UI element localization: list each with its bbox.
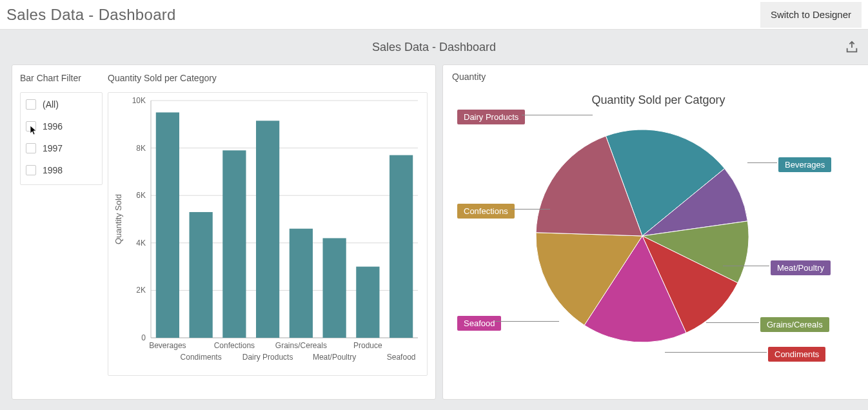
svg-text:Dairy Products: Dairy Products bbox=[242, 353, 293, 362]
bar-chart-title: Quantity Sold per Category bbox=[108, 73, 428, 83]
pie-chart-area: BeveragesMeat/PoultryGrains/CerealsCondi… bbox=[452, 107, 865, 384]
pie-section-title: Quantity bbox=[452, 72, 865, 82]
svg-text:8K: 8K bbox=[136, 144, 146, 153]
svg-rect-18 bbox=[290, 229, 313, 338]
svg-text:4K: 4K bbox=[136, 239, 146, 248]
filter-column: Bar Chart Filter (All) 1996 1997 bbox=[20, 73, 103, 391]
svg-text:2K: 2K bbox=[136, 286, 146, 295]
svg-rect-19 bbox=[323, 238, 346, 338]
pie-leader-line bbox=[511, 209, 550, 210]
dashboard-body: Bar Chart Filter (All) 1996 1997 bbox=[0, 64, 868, 409]
filter-item-1996[interactable]: 1996 bbox=[26, 121, 97, 132]
filter-item-all[interactable]: (All) bbox=[26, 99, 97, 110]
pie-leader-line bbox=[723, 266, 769, 266]
right-panel: Quantity Quantity Sold per Catgory Bever… bbox=[442, 64, 868, 400]
pie-leader-line bbox=[747, 162, 777, 163]
top-bar: Sales Data - Dashboard Switch to Designe… bbox=[0, 0, 868, 30]
sub-header: Sales Data - Dashboard bbox=[0, 30, 868, 64]
dashboard-title: Sales Data - Dashboard bbox=[372, 41, 496, 54]
bar-chart-column: Quantity Sold per Category 02K4K6K8K10KB… bbox=[108, 73, 428, 391]
filter-label: 1997 bbox=[43, 143, 63, 153]
svg-text:Confections: Confections bbox=[214, 341, 255, 350]
svg-text:Seafood: Seafood bbox=[387, 353, 416, 362]
pie-label: Grains/Cereals bbox=[760, 317, 829, 332]
pie-chart bbox=[452, 107, 865, 384]
left-panel: Bar Chart Filter (All) 1996 1997 bbox=[12, 64, 436, 400]
pie-leader-line bbox=[495, 321, 559, 322]
svg-rect-21 bbox=[390, 155, 413, 338]
svg-text:Grains/Cereals: Grains/Cereals bbox=[275, 341, 327, 350]
pie-leader-line bbox=[706, 322, 759, 323]
pie-leader-line bbox=[522, 115, 593, 115]
filter-list: (All) 1996 1997 1998 bbox=[20, 92, 103, 185]
svg-text:6K: 6K bbox=[136, 191, 146, 200]
pie-chart-title: Quantity Sold per Catgory bbox=[452, 93, 865, 107]
checkbox-icon[interactable] bbox=[26, 99, 36, 110]
checkbox-icon[interactable] bbox=[26, 143, 36, 153]
filter-label: 1996 bbox=[43, 121, 63, 132]
checkbox-icon[interactable] bbox=[26, 121, 36, 132]
pie-leader-line bbox=[665, 352, 767, 353]
pie-label: Dairy Products bbox=[457, 110, 525, 124]
svg-text:Produce: Produce bbox=[353, 341, 382, 350]
svg-text:Meat/Poultry: Meat/Poultry bbox=[313, 353, 356, 362]
filter-item-1998[interactable]: 1998 bbox=[26, 165, 97, 175]
export-icon[interactable] bbox=[845, 40, 859, 54]
checkbox-icon[interactable] bbox=[26, 165, 36, 175]
svg-text:10K: 10K bbox=[132, 96, 146, 105]
svg-rect-20 bbox=[356, 267, 379, 338]
filter-label: 1998 bbox=[43, 165, 63, 175]
svg-text:Quantity Sold: Quantity Sold bbox=[113, 194, 123, 244]
bar-chart-frame: 02K4K6K8K10KBeveragesCondimentsConfectio… bbox=[108, 92, 428, 376]
svg-text:Condiments: Condiments bbox=[181, 353, 222, 362]
svg-rect-17 bbox=[256, 121, 279, 338]
pie-label: Seafood bbox=[457, 316, 501, 331]
filter-item-1997[interactable]: 1997 bbox=[26, 143, 97, 153]
svg-rect-16 bbox=[222, 150, 246, 338]
pie-label: Condiments bbox=[768, 347, 825, 362]
filter-label: (All) bbox=[43, 99, 59, 110]
svg-text:Beverages: Beverages bbox=[149, 341, 186, 350]
filter-title: Bar Chart Filter bbox=[20, 73, 103, 83]
svg-text:0: 0 bbox=[141, 333, 146, 342]
svg-rect-14 bbox=[156, 112, 179, 338]
svg-rect-15 bbox=[190, 212, 213, 338]
bar-chart: 02K4K6K8K10KBeveragesCondimentsConfectio… bbox=[108, 93, 427, 375]
page-title: Sales Data - Dashboard bbox=[6, 6, 176, 24]
pie-label: Meat/Poultry bbox=[771, 260, 831, 275]
pie-label: Confections bbox=[457, 204, 515, 219]
switch-designer-button[interactable]: Switch to Designer bbox=[760, 2, 862, 28]
pie-label: Beverages bbox=[778, 157, 831, 172]
